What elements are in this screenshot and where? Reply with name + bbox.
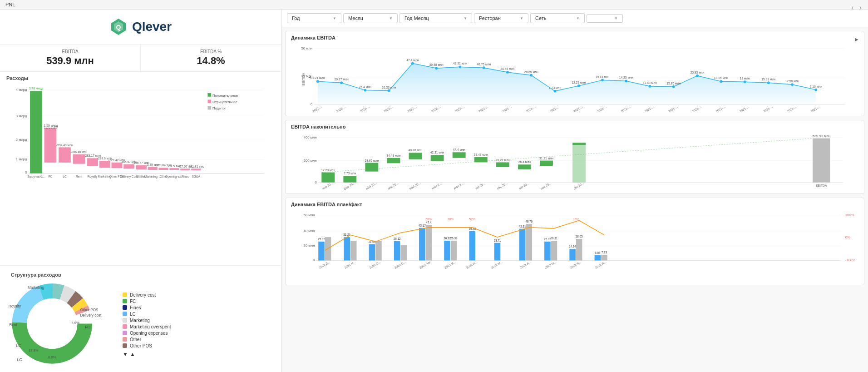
next-arrow[interactable]: › <box>858 4 863 12</box>
svg-point-108 <box>696 74 699 77</box>
ebitda-cumulative-title: EBITDA накопительно <box>291 124 345 129</box>
svg-rect-247 <box>551 241 557 261</box>
svg-text:2021-...: 2021-... <box>502 105 512 112</box>
top-bar: PNL ‹ › <box>0 0 868 10</box>
legend-label-other-pos: Other POS <box>130 343 152 348</box>
svg-rect-174 <box>431 155 444 161</box>
month-filter[interactable]: Месяц ▼ <box>343 13 398 23</box>
svg-text:Royalty: Royalty <box>9 304 21 308</box>
svg-text:48.76: 48.76 <box>525 220 533 223</box>
svg-text:40 млн: 40 млн <box>304 229 315 233</box>
legend-dot-delivery <box>123 293 127 297</box>
svg-text:2022-...: 2022-... <box>335 105 346 112</box>
legend-label-mktg-overspent: Marketing overspent <box>130 324 171 329</box>
logo-icon: Q <box>109 18 128 36</box>
svg-text:2022 И...: 2022 И... <box>444 260 456 269</box>
kpi-ebitda: EBITDA 539.9 млн <box>0 45 141 71</box>
svg-text:-366.48 млн: -366.48 млн <box>71 150 88 154</box>
svg-text:Delivery Cost: Delivery Cost <box>120 175 138 179</box>
svg-point-99 <box>483 66 485 69</box>
svg-rect-228 <box>426 225 432 260</box>
svg-text:2022 Д...: 2022 Д... <box>318 260 331 270</box>
kpi-ebitda-pct-label: EBITDA % <box>148 49 274 54</box>
yearmonth-filter[interactable]: Год Месяц ▼ <box>399 13 472 23</box>
svg-text:окт 20...: окт 20... <box>518 182 530 190</box>
svg-text:39.48 млн: 39.48 млн <box>429 63 444 66</box>
ebitda-line-chart: 50 млн 25 млн 0 EBITDA ◀ <box>291 44 858 112</box>
yearmonth-filter-arrow: ▼ <box>464 16 467 20</box>
svg-text:2021-...: 2021-... <box>715 105 725 112</box>
svg-rect-40 <box>191 169 201 170</box>
svg-rect-246 <box>544 242 551 261</box>
legend-scroll-up[interactable]: ▲ <box>130 351 135 357</box>
svg-text:Выручка б...: Выручка б... <box>28 175 45 179</box>
svg-text:42.31: 42.31 <box>519 225 526 228</box>
svg-text:2021-...: 2021-... <box>644 105 655 112</box>
svg-point-93 <box>340 81 343 84</box>
svg-rect-58 <box>207 99 211 103</box>
svg-text:0: 0 <box>25 170 27 174</box>
year-filter-arrow: ▼ <box>333 16 336 20</box>
svg-rect-222 <box>375 241 382 261</box>
svg-rect-186 <box>572 144 586 183</box>
ebitda-line-collapse[interactable]: ▶ <box>855 37 858 42</box>
svg-text:2022 Ф...: 2022 Ф... <box>569 260 582 269</box>
svg-text:39.48 млн: 39.48 млн <box>474 153 488 156</box>
ebitda-planfact-title-bar: Динамика EBITDA план/факт <box>291 202 858 210</box>
svg-point-104 <box>601 79 604 81</box>
svg-text:23.71: 23.71 <box>494 239 501 242</box>
svg-text:3.78 млрд: 3.78 млрд <box>29 87 43 90</box>
svg-text:EBITDA: EBITDA <box>816 184 827 187</box>
svg-text:0%: 0% <box>845 235 850 239</box>
svg-text:28.65 млн: 28.65 млн <box>365 159 379 162</box>
svg-rect-20 <box>73 154 85 164</box>
svg-point-106 <box>649 85 651 88</box>
svg-rect-240 <box>494 243 501 261</box>
svg-text:2022 И...: 2022 И... <box>465 260 478 269</box>
svg-text:Opening ex...: Opening ex... <box>165 175 183 179</box>
svg-rect-227 <box>419 228 425 261</box>
svg-text:Marketing: Marketing <box>28 286 44 290</box>
legend-dot-lc <box>123 312 127 316</box>
svg-text:28.65 млн: 28.65 млн <box>524 70 538 74</box>
pie-container: Delivery cost, Other POS Marketing Royal… <box>5 279 276 370</box>
ebitda-line-title-bar: Динамика EBITDA ▶ <box>291 35 858 43</box>
svg-text:40.76 млн: 40.76 млн <box>477 63 491 66</box>
restaurant-filter[interactable]: Ресторан ▼ <box>474 13 528 23</box>
svg-text:26.4 млн: 26.4 млн <box>518 160 531 164</box>
legend-label-marketing: Marketing <box>130 318 150 323</box>
network-filter[interactable]: Сеть ▼ <box>530 13 585 23</box>
svg-rect-232 <box>444 241 450 261</box>
svg-rect-219 <box>350 241 357 261</box>
yearmonth-filter-label: Год Месяц <box>404 15 429 21</box>
svg-rect-243 <box>526 224 532 260</box>
svg-rect-255 <box>595 255 601 261</box>
svg-rect-15 <box>44 128 57 162</box>
svg-text:сен 20...: сен 20... <box>496 182 508 190</box>
svg-text:2022-...: 2022-... <box>454 105 464 112</box>
svg-text:18.8%: 18.8% <box>29 348 39 352</box>
prev-arrow[interactable]: ‹ <box>849 4 855 12</box>
pie-chart-area: Delivery cost, Other POS Marketing Royal… <box>5 279 113 370</box>
extra-filter[interactable]: ▼ <box>587 14 623 23</box>
svg-text:2021-...: 2021-... <box>620 105 631 112</box>
svg-rect-32 <box>148 167 158 170</box>
restaurant-filter-arrow: ▼ <box>520 16 523 20</box>
legend-dot-mktg-overspent <box>123 324 127 329</box>
legend-opening: Opening expenses <box>123 331 171 336</box>
svg-rect-233 <box>451 241 457 261</box>
year-filter[interactable]: Год ▼ <box>287 13 341 23</box>
svg-text:42.31 млн: 42.31 млн <box>453 62 467 65</box>
svg-rect-24 <box>99 161 110 168</box>
legend-label-fines: Fines <box>130 305 141 310</box>
svg-text:12.29 млн: 12.29 млн <box>321 169 335 172</box>
legend-scroll-down[interactable]: ▼ <box>123 351 128 357</box>
svg-text:0: 0 <box>313 258 315 262</box>
ebitda-cumulative-card: EBITDA накопительно 400 млн 200 млн 0 <box>285 120 864 194</box>
svg-text:28.65: 28.65 <box>576 235 583 238</box>
svg-point-107 <box>672 85 675 88</box>
legend-dot-other-pos <box>123 343 127 348</box>
kpi-ebitda-pct-value: 14.8% <box>148 55 274 67</box>
svg-text:43.17: 43.17 <box>419 224 426 227</box>
svg-text:Q: Q <box>116 24 121 31</box>
